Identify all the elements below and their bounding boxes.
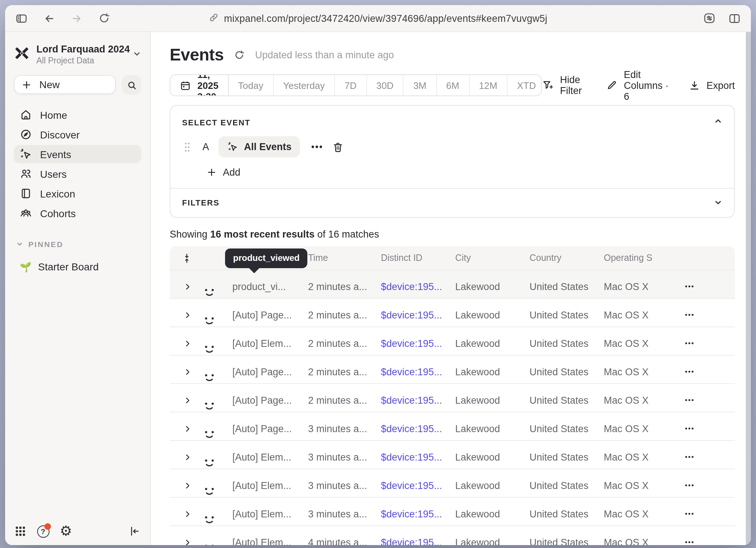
column-header-city[interactable]: City: [455, 253, 529, 263]
event-city: Lakewood: [455, 480, 529, 491]
range-segment-xtd[interactable]: XTD: [508, 75, 542, 95]
distinct-id-link[interactable]: $device:195...: [381, 395, 455, 406]
date-picker[interactable]: Mar 11, 2025 3:30 pm: [170, 75, 229, 95]
refresh-icon[interactable]: [234, 49, 245, 60]
expand-section-icon[interactable]: [714, 198, 722, 207]
table-row[interactable]: [Auto] Elem... 3 minutes a... $device:19…: [170, 440, 735, 469]
event-name: [Auto] Elem...: [232, 451, 308, 462]
table-row[interactable]: [Auto] Page... 3 minutes a... $device:19…: [170, 412, 735, 440]
table-row[interactable]: [Auto] Elem... 3 minutes a... $device:19…: [170, 497, 735, 525]
table-row[interactable]: [Auto] Page... 2 minutes a... $device:19…: [170, 298, 735, 326]
column-header-distinct-id[interactable]: Distinct ID: [381, 253, 455, 263]
table-row[interactable]: product_vi... 2 minutes a... $device:195…: [170, 270, 735, 298]
distinct-id-link[interactable]: $device:195...: [381, 281, 455, 292]
table-row[interactable]: [Auto] Elem... 4 minutes a... $device:19…: [170, 525, 735, 545]
row-more-icon[interactable]: [681, 455, 735, 458]
collapse-sidebar-icon[interactable]: [129, 525, 141, 537]
column-header-os[interactable]: Operating S: [604, 253, 681, 263]
table-row[interactable]: [Auto] Page... 2 minutes a... $device:19…: [170, 383, 735, 412]
export-button[interactable]: Export: [689, 80, 735, 91]
distinct-id-link[interactable]: $device:195...: [381, 366, 455, 377]
row-expand-icon[interactable]: [170, 396, 199, 404]
row-more-icon[interactable]: [681, 484, 735, 487]
help-button[interactable]: ?: [36, 525, 50, 538]
range-segment-yesterday[interactable]: Yesterday: [273, 75, 335, 95]
sidebar-item-lexicon[interactable]: Lexicon: [14, 184, 141, 203]
range-segment-3m[interactable]: 3M: [404, 75, 437, 95]
filters-section[interactable]: FILTERS: [170, 189, 734, 217]
collapse-section-icon[interactable]: [714, 115, 722, 128]
plus-icon: [22, 80, 31, 89]
all-events-chip[interactable]: All Events: [218, 136, 300, 157]
forward-icon[interactable]: [71, 12, 83, 24]
row-more-icon[interactable]: [681, 541, 735, 544]
row-expand-icon[interactable]: [170, 538, 199, 545]
row-expand-icon[interactable]: [170, 311, 199, 319]
address-bar[interactable]: mixpanel.com/project/3472420/view/397469…: [209, 5, 547, 31]
row-more-icon[interactable]: [681, 427, 735, 430]
search-button[interactable]: [122, 75, 141, 95]
row-expand-icon[interactable]: [170, 282, 199, 290]
table-row[interactable]: [Auto] Elem... 3 minutes a... $device:19…: [170, 469, 735, 497]
edit-columns-label: Edit Columns · 6: [624, 69, 669, 102]
row-more-icon[interactable]: [681, 399, 735, 402]
gear-icon[interactable]: ⚙: [60, 525, 72, 538]
sidebar-item-events[interactable]: Events: [14, 145, 141, 163]
sidebar-item-label: Home: [40, 109, 67, 121]
back-icon[interactable]: [43, 12, 55, 24]
trash-icon[interactable]: [332, 141, 344, 153]
sort-order-icon[interactable]: [170, 253, 199, 263]
project-name: Lord Farquaad 2024: [36, 44, 126, 55]
chevron-down-icon: [133, 48, 141, 61]
more-options-icon[interactable]: [311, 145, 323, 149]
range-segment-12m[interactable]: 12M: [469, 75, 508, 95]
hide-filter-button[interactable]: Hide Filter: [542, 74, 586, 96]
pinned-section-header[interactable]: PINNED: [14, 240, 141, 248]
reload-icon[interactable]: [98, 12, 110, 24]
date-label: Mar 11, 2025 3:30 pm: [197, 74, 218, 96]
distinct-id-link[interactable]: $device:195...: [381, 309, 455, 320]
row-expand-icon[interactable]: [170, 368, 199, 376]
distinct-id-link[interactable]: $device:195...: [381, 423, 455, 434]
row-more-icon[interactable]: [681, 313, 735, 316]
scrollbar[interactable]: [746, 32, 751, 545]
distinct-id-link[interactable]: $device:195...: [381, 537, 455, 545]
add-event-button[interactable]: Add: [207, 167, 722, 178]
sidebar-item-starter-board[interactable]: 🌱 Starter Board: [14, 258, 141, 275]
project-switcher[interactable]: Lord Farquaad 2024 All Project Data: [14, 44, 141, 65]
row-more-icon[interactable]: [681, 370, 735, 373]
range-segment-6m[interactable]: 6M: [437, 75, 469, 95]
row-more-icon[interactable]: [681, 342, 735, 345]
new-button[interactable]: New: [14, 75, 116, 94]
distinct-id-link[interactable]: $device:195...: [381, 508, 455, 519]
row-expand-icon[interactable]: [170, 339, 199, 347]
row-more-icon[interactable]: [681, 512, 735, 515]
row-expand-icon[interactable]: [170, 453, 199, 461]
sidebar-item-discover[interactable]: Discover: [14, 125, 141, 144]
sidebar-item-cohorts[interactable]: Cohorts: [14, 204, 141, 222]
apps-grid-icon[interactable]: [15, 525, 26, 537]
row-expand-icon[interactable]: [170, 424, 199, 432]
range-segment-30d[interactable]: 30D: [367, 75, 404, 95]
column-header-country[interactable]: Country: [529, 253, 604, 263]
sidebar-item-home[interactable]: Home: [14, 106, 141, 124]
drag-handle-icon[interactable]: [184, 142, 190, 152]
split-view-icon[interactable]: [728, 12, 741, 24]
filters-label: FILTERS: [182, 198, 220, 207]
range-segment-today[interactable]: Today: [229, 75, 273, 95]
distinct-id-link[interactable]: $device:195...: [381, 451, 455, 462]
distinct-id-link[interactable]: $device:195...: [381, 338, 455, 349]
table-row[interactable]: [Auto] Page... 2 minutes a... $device:19…: [170, 355, 735, 383]
sidebar-toggle-icon[interactable]: [15, 12, 28, 24]
edit-columns-button[interactable]: Edit Columns · 6: [606, 69, 669, 102]
distinct-id-link[interactable]: $device:195...: [381, 480, 455, 491]
row-expand-icon[interactable]: [170, 481, 199, 489]
range-segment-7d[interactable]: 7D: [335, 75, 367, 95]
row-expand-icon[interactable]: [170, 510, 199, 518]
project-subtitle: All Project Data: [36, 56, 126, 65]
row-more-icon[interactable]: [681, 285, 735, 288]
sidebar-item-users[interactable]: Users: [14, 165, 141, 183]
column-header-time[interactable]: Time: [308, 253, 381, 263]
table-row[interactable]: [Auto] Elem... 2 minutes a... $device:19…: [170, 326, 735, 355]
reader-settings-icon[interactable]: [703, 12, 716, 25]
